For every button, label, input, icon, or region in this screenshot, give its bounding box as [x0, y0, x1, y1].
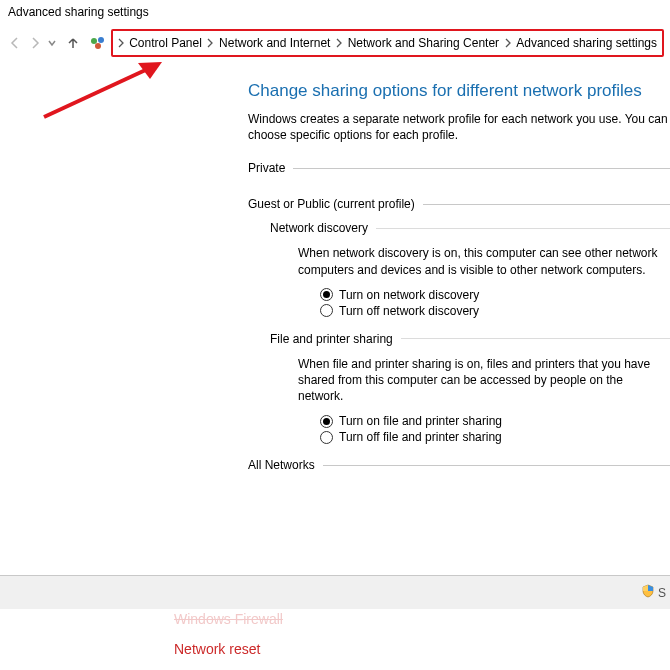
radio-fileprint-on[interactable]: Turn on file and printer sharing [320, 414, 670, 428]
page-description: Windows creates a separate network profi… [248, 111, 670, 143]
svg-point-1 [98, 37, 104, 43]
svg-point-2 [95, 43, 101, 49]
divider [401, 338, 670, 339]
link-windows-firewall[interactable]: Windows Firewall [174, 611, 670, 627]
subsection-description: When network discovery is on, this compu… [298, 245, 670, 277]
toolbar: Control Panel Network and Internet Netwo… [0, 25, 670, 61]
page-heading: Change sharing options for different net… [248, 81, 670, 101]
link-network-reset[interactable]: Network reset [174, 641, 670, 657]
divider [423, 204, 670, 205]
content-area: Change sharing options for different net… [0, 61, 670, 472]
radio-icon[interactable] [320, 288, 333, 301]
file-printer-radio-group: Turn on file and printer sharing Turn of… [320, 414, 670, 444]
network-discovery-radio-group: Turn on network discovery Turn off netwo… [320, 288, 670, 318]
breadcrumb-item[interactable]: Network and Sharing Center [345, 36, 502, 50]
section-label: Guest or Public (current profile) [248, 197, 415, 211]
radio-icon[interactable] [320, 415, 333, 428]
control-panel-icon [88, 34, 108, 52]
uac-shield-icon [641, 584, 655, 601]
divider [323, 465, 670, 466]
breadcrumb[interactable]: Control Panel Network and Internet Netwo… [111, 29, 664, 57]
up-button[interactable] [64, 34, 82, 52]
radio-fileprint-off[interactable]: Turn off file and printer sharing [320, 430, 670, 444]
radio-icon[interactable] [320, 304, 333, 317]
chevron-right-icon[interactable] [205, 38, 216, 48]
window-title: Advanced sharing settings [0, 0, 670, 25]
save-label: S [658, 586, 666, 600]
section-label: Private [248, 161, 285, 175]
breadcrumb-item[interactable]: Network and Internet [216, 36, 333, 50]
save-changes-button[interactable]: S [641, 584, 666, 601]
divider [376, 228, 670, 229]
subsection-network-discovery: Network discovery [270, 221, 670, 235]
chevron-right-icon[interactable] [502, 38, 513, 48]
back-button[interactable] [6, 34, 24, 52]
subsection-description: When file and printer sharing is on, fil… [298, 356, 670, 405]
divider [293, 168, 670, 169]
recent-locations-dropdown[interactable] [46, 34, 58, 52]
breadcrumb-item[interactable]: Control Panel [126, 36, 205, 50]
radio-discovery-off[interactable]: Turn off network discovery [320, 304, 670, 318]
radio-label: Turn off file and printer sharing [339, 430, 502, 444]
breadcrumb-item[interactable]: Advanced sharing settings [513, 36, 660, 50]
forward-button[interactable] [26, 34, 44, 52]
subsection-label: File and printer sharing [270, 332, 393, 346]
subsection-label: Network discovery [270, 221, 368, 235]
section-all-networks[interactable]: All Networks [248, 458, 670, 472]
radio-label: Turn on file and printer sharing [339, 414, 502, 428]
radio-discovery-on[interactable]: Turn on network discovery [320, 288, 670, 302]
svg-point-0 [91, 38, 97, 44]
section-private[interactable]: Private [248, 161, 670, 175]
radio-icon[interactable] [320, 431, 333, 444]
section-label: All Networks [248, 458, 315, 472]
chevron-right-icon[interactable] [333, 38, 344, 48]
radio-label: Turn off network discovery [339, 304, 479, 318]
lower-panel: Windows Firewall Network reset [0, 609, 670, 670]
bottom-bar: S [0, 575, 670, 609]
subsection-file-printer-sharing: File and printer sharing [270, 332, 670, 346]
radio-label: Turn on network discovery [339, 288, 479, 302]
section-guest[interactable]: Guest or Public (current profile) [248, 197, 670, 211]
chevron-right-icon[interactable] [115, 38, 126, 48]
